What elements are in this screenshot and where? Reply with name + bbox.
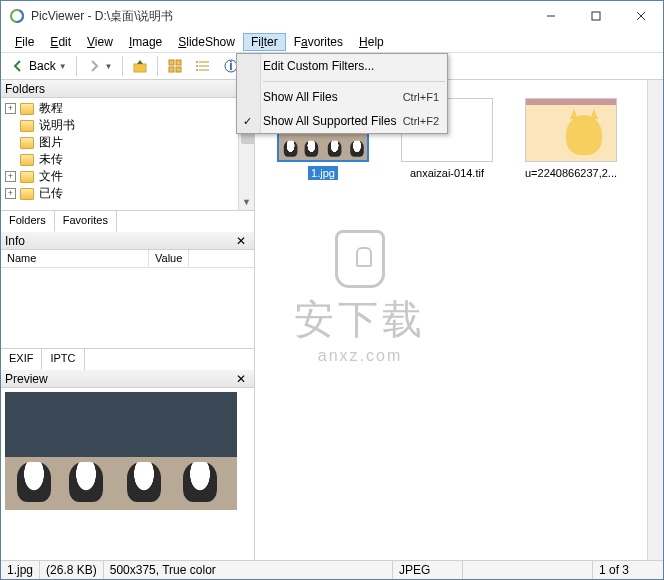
forward-button[interactable]: ▼	[81, 55, 118, 77]
svg-rect-3	[592, 12, 600, 20]
folders-panel-header: Folders ✕	[1, 80, 254, 98]
folder-icon	[20, 120, 34, 132]
back-button[interactable]: Back ▼	[5, 55, 72, 77]
menu-show-supported-files[interactable]: ✓Show All Supported FilesCtrl+F2	[237, 109, 447, 133]
window-title: PicViewer - D:\桌面\说明书	[31, 8, 528, 25]
svg-point-14	[196, 61, 198, 63]
thumbnail-item[interactable]: u=2240866237,2...	[521, 98, 621, 180]
expand-icon[interactable]: +	[5, 188, 16, 199]
svg-rect-6	[134, 64, 146, 72]
preview-image	[5, 392, 237, 510]
tree-item[interactable]: 图片	[5, 134, 250, 151]
menu-favorites[interactable]: Favorites	[286, 33, 351, 51]
folder-icon	[20, 103, 34, 115]
expand-icon	[5, 154, 16, 165]
tree-item[interactable]: 说明书	[5, 117, 250, 134]
status-dimensions: 500x375, True color	[104, 561, 393, 579]
status-type: JPEG	[393, 561, 463, 579]
tree-item[interactable]: +教程	[5, 100, 250, 117]
expand-icon	[5, 137, 16, 148]
status-empty	[463, 561, 593, 579]
scroll-down-icon[interactable]: ▼	[239, 194, 254, 210]
view-list-button[interactable]	[190, 55, 216, 77]
svg-rect-8	[176, 60, 181, 65]
minimize-button[interactable]	[528, 2, 573, 31]
menubar: File Edit View Image SlideShow Filter Fa…	[1, 31, 663, 53]
filter-dropdown: Edit Custom Filters... Show All FilesCtr…	[236, 53, 448, 134]
back-label: Back	[29, 59, 56, 73]
scrollbar[interactable]	[647, 80, 663, 560]
menu-separator	[263, 81, 445, 82]
tab-favorites[interactable]: Favorites	[55, 211, 117, 232]
tree-item[interactable]: +文件	[5, 168, 250, 185]
expand-icon[interactable]: +	[5, 103, 16, 114]
toolbar-separator	[122, 56, 123, 76]
info-title: Info	[5, 234, 25, 248]
menu-file[interactable]: File	[7, 33, 42, 51]
expand-icon[interactable]: +	[5, 171, 16, 182]
status-filename: 1.jpg	[1, 561, 40, 579]
svg-rect-9	[169, 67, 174, 72]
svg-rect-7	[169, 60, 174, 65]
statusbar: 1.jpg (26.8 KB) 500x375, True color JPEG…	[1, 560, 663, 579]
preview-panel-header: Preview ✕	[1, 370, 254, 388]
menu-view[interactable]: View	[79, 33, 121, 51]
svg-text:i: i	[229, 59, 232, 73]
preview-title: Preview	[5, 372, 48, 386]
menu-show-all-files[interactable]: Show All FilesCtrl+F1	[237, 85, 447, 109]
status-count: 1 of 3	[593, 561, 663, 579]
tree-item[interactable]: +已传	[5, 185, 250, 202]
thumbnail-label: u=2240866237,2...	[522, 166, 620, 180]
info-panel: Name Value	[1, 250, 254, 348]
status-filesize: (26.8 KB)	[40, 561, 104, 579]
folder-icon	[20, 137, 34, 149]
info-panel-header: Info ✕	[1, 232, 254, 250]
toolbar-separator	[157, 56, 158, 76]
menu-edit-filters[interactable]: Edit Custom Filters...	[237, 54, 447, 78]
close-button[interactable]	[618, 2, 663, 31]
thumbnail-label: 1.jpg	[308, 166, 338, 180]
svg-rect-10	[176, 67, 181, 72]
info-col-value[interactable]: Value	[149, 250, 189, 267]
folder-icon	[20, 154, 34, 166]
check-icon: ✓	[243, 115, 252, 128]
menu-edit[interactable]: Edit	[42, 33, 79, 51]
thumbnail-image[interactable]	[525, 98, 617, 162]
folders-tree: +教程 说明书 图片 未传 +文件 +已传 ▲ ▼	[1, 98, 254, 210]
info-col-name[interactable]: Name	[1, 250, 149, 267]
menu-filter[interactable]: Filter	[243, 33, 286, 51]
tab-exif[interactable]: EXIF	[1, 349, 42, 370]
folder-icon	[20, 171, 34, 183]
tree-item[interactable]: 未传	[5, 151, 250, 168]
toolbar-separator	[76, 56, 77, 76]
titlebar: PicViewer - D:\桌面\说明书	[1, 1, 663, 31]
chevron-down-icon: ▼	[105, 62, 113, 71]
svg-point-16	[196, 69, 198, 71]
view-thumbnails-button[interactable]	[162, 55, 188, 77]
chevron-down-icon: ▼	[59, 62, 67, 71]
tab-iptc[interactable]: IPTC	[42, 349, 84, 370]
preview-panel	[1, 388, 254, 560]
folder-icon	[20, 188, 34, 200]
menu-slideshow[interactable]: SlideShow	[170, 33, 243, 51]
maximize-button[interactable]	[573, 2, 618, 31]
expand-icon	[5, 120, 16, 131]
app-icon	[9, 8, 25, 24]
content-area: 1.jpg anxaizai-014.tif u=2240866237,2...	[255, 80, 663, 560]
tab-folders[interactable]: Folders	[1, 211, 55, 232]
up-folder-button[interactable]	[127, 55, 153, 77]
svg-point-15	[196, 65, 198, 67]
folders-title: Folders	[5, 82, 45, 96]
menu-image[interactable]: Image	[121, 33, 170, 51]
menu-help[interactable]: Help	[351, 33, 392, 51]
close-icon[interactable]: ✕	[232, 234, 250, 248]
thumbnail-label: anxaizai-014.tif	[407, 166, 487, 180]
close-icon[interactable]: ✕	[232, 372, 250, 386]
